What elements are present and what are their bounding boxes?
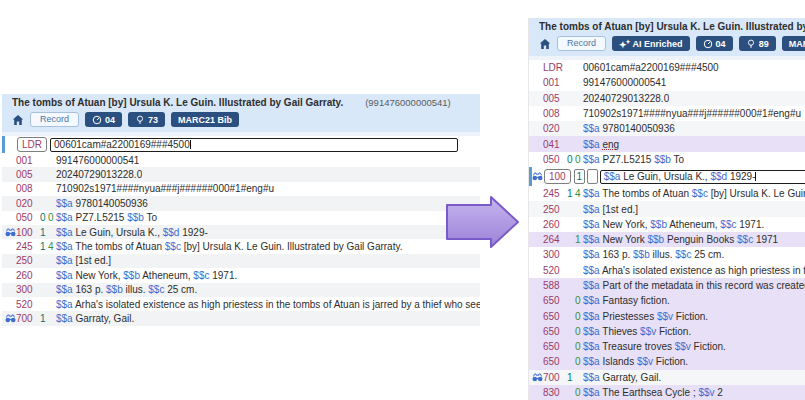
marc-row-245[interactable]: 24514$$a The tombs of Atuan $$c [by] Urs… — [529, 186, 805, 201]
marc-row-650[interactable]: 6500$$a Fantasy fiction. — [529, 293, 805, 308]
marc-row-264[interactable]: 2641$$a New York $$b Penguin Books $$c 1… — [529, 232, 805, 247]
subfield-value: PZ7.L5215 — [600, 154, 654, 165]
versions-badge[interactable]: 04 — [85, 112, 122, 127]
marc-row-260[interactable]: 260$$a New York, $$b Atheneum, $$c 1971. — [2, 268, 480, 282]
subfield-value: Garraty, Gail. — [73, 313, 135, 324]
field-content: 991476000000541 — [583, 77, 666, 88]
home-icon[interactable] — [12, 114, 24, 126]
ai-enriched-badge[interactable]: ✦✦AI Enriched — [612, 36, 690, 51]
field-content: $$a 163 p. $$b illus. $$c 25 cm. — [583, 249, 724, 260]
field-tag: 050 — [543, 154, 567, 165]
versions-badge[interactable]: 04 — [696, 36, 733, 51]
linked-authority-icon[interactable] — [531, 172, 543, 181]
field-edit-input[interactable]: 00601cam#a2200169###4500 — [50, 138, 458, 152]
marc-row-650[interactable]: 6500$$a Islands $$v Fiction. — [529, 354, 805, 369]
subfield-code: $$b — [106, 284, 123, 295]
subfield-code: $$d — [163, 227, 180, 238]
field-tag: 830 — [543, 387, 567, 398]
indicator1: 0 — [40, 212, 48, 223]
marc-row-250[interactable]: 250$$a [1st ed.] — [2, 254, 480, 268]
marc-row-050[interactable]: 05000$$a PZ7.L5215 $$b To — [529, 152, 805, 167]
subfield-code: $$a — [583, 372, 600, 383]
marc-row-005[interactable]: 00520240729013228.0 — [2, 167, 480, 181]
indicator2: 0 — [48, 212, 56, 223]
marc-row-100[interactable]: 1001$$a Le Guin, Ursula K., $$d 1929- — [2, 225, 480, 239]
marc-row-650[interactable]: 6500$$a Priestesses $$v Fiction. — [529, 308, 805, 323]
field-tag: 300 — [16, 284, 40, 295]
indicator2: 4 — [48, 241, 56, 252]
marc-row-260[interactable]: 260$$a New York, $$b Atheneum, $$c 1971. — [529, 217, 805, 232]
marc-row-300[interactable]: 300$$a 163 p. $$b illus. $$c 25 cm. — [2, 283, 480, 297]
marc-row-LDR[interactable]: LDR00601cam#a2200169###4500 — [2, 136, 480, 153]
subfield-value: Penguin Books — [664, 234, 737, 245]
linked-authority-icon[interactable] — [4, 314, 16, 323]
marc-row-588[interactable]: 588$$a Part of the metadata in this reco… — [529, 278, 805, 293]
marc-row-700[interactable]: 7001$$a Garraty, Gail. — [2, 311, 480, 325]
subfield-value: 1971 — [753, 234, 778, 245]
transform-arrow — [446, 196, 520, 248]
record-button[interactable]: Record — [557, 36, 606, 51]
marc-row-LDR[interactable]: LDR00601cam#a2200169###4500 — [529, 60, 805, 75]
marc-row-008[interactable]: 008710902s1971####nyua###j######000#1#en… — [2, 182, 480, 196]
subfield-code: $$c — [165, 241, 181, 252]
format-badge[interactable]: MARC21 Bib — [782, 36, 805, 51]
indicator2-box — [587, 169, 598, 184]
marc-row-020[interactable]: 020$$a 9780140050936 — [529, 121, 805, 136]
marc-row-041[interactable]: 041$$a eng — [529, 136, 805, 151]
marc-row-020[interactable]: 020$$a 9780140050936 — [2, 196, 480, 210]
marc-row-001[interactable]: 001991476000000541 — [529, 75, 805, 90]
marc-row-001[interactable]: 001991476000000541 — [2, 153, 480, 167]
marc-row-520[interactable]: 520$$a Arha's isolated existence as high… — [2, 297, 480, 311]
subfield-value: Priestesses — [600, 311, 657, 322]
subfield-value: 00601cam#a2200169###4500 — [54, 139, 190, 150]
field-tag: 008 — [543, 108, 567, 119]
marc-row-008[interactable]: 008710902s1971####nyua###j######000#1#en… — [529, 106, 805, 121]
marc-row-700[interactable]: 7001$$a Garraty, Gail. — [529, 370, 805, 385]
subfield-code: $$a — [56, 284, 73, 295]
subfield-value: 991476000000541 — [56, 155, 139, 166]
field-tag: 700 — [543, 372, 567, 383]
subfield-value: 20240729013228.0 — [56, 169, 142, 180]
format-badge[interactable]: MARC21 Bib — [171, 112, 239, 127]
marc-row-250[interactable]: 250$$a [1st ed.] — [529, 201, 805, 216]
linked-authority-icon[interactable] — [531, 373, 543, 382]
subfield-code: $$d — [710, 171, 727, 182]
field-content: $$a Garraty, Gail. — [56, 313, 134, 324]
marc-row-830[interactable]: 8300$$a The Earthsea Cycle ; $$v 2 — [529, 385, 805, 400]
marc-row-050[interactable]: 05000$$a PZ7.L5215 $$b To — [2, 211, 480, 225]
field-content: $$a The tombs of Atuan $$c [by] Ursula K… — [583, 188, 805, 199]
field-content: $$a New York, $$b Atheneum, $$c 1971. — [56, 270, 237, 281]
record-button[interactable]: Record — [30, 112, 79, 127]
subfield-value: New York — [600, 234, 648, 245]
field-content: 20240729013228.0 — [56, 169, 142, 180]
field-content: 710902s1971####nyua###j######000#1#eng#u — [56, 183, 274, 194]
subfield-code: $$a — [583, 123, 600, 134]
record-mms-id: (991476000000541) — [365, 97, 451, 108]
subfield-value: 9780140050936 — [600, 123, 675, 134]
field-content: $$a Islands $$v Fiction. — [583, 356, 688, 367]
field-edit-input[interactable]: $$a Le Guin, Ursula K., $$d 1929- — [600, 170, 805, 184]
field-content: $$a Fantasy fiction. — [583, 295, 670, 306]
marc-row-520[interactable]: 520$$a Arha's isolated existence as high… — [529, 263, 805, 278]
field-tag: 588 — [543, 280, 567, 291]
field-tag: 250 — [16, 255, 40, 266]
field-content: 710902s1971####nyua###j######000#1#eng#u — [583, 108, 801, 119]
marc-row-245[interactable]: 24514$$a The tombs of Atuan $$c [by] Urs… — [2, 239, 480, 253]
subfield-code: $$v — [698, 387, 714, 398]
marc-row-650[interactable]: 6500$$a Treasure troves $$v Fiction. — [529, 339, 805, 354]
marc-row-650[interactable]: 6500$$a Thieves $$v Fiction. — [529, 324, 805, 339]
suggestions-badge[interactable]: 73 — [128, 112, 165, 127]
field-tag: 260 — [16, 270, 40, 281]
suggestions-badge[interactable]: 89 — [739, 36, 776, 51]
enriched-record-panel: The tombs of Atuan [by] Ursula K. Le Gui… — [528, 18, 805, 400]
field-tag: 650 — [543, 311, 567, 322]
marc-row-005[interactable]: 00520240729013228.0 — [529, 91, 805, 106]
gauge-icon — [703, 39, 713, 49]
indicator2: 4 — [575, 188, 583, 199]
subfield-value: 710902s1971####nyua###j######000#1#eng#u — [583, 108, 801, 119]
marc-row-100[interactable]: 1001$$a Le Guin, Ursula K., $$d 1929- — [529, 167, 805, 186]
source-record-panel: The tombs of Atuan [by] Ursula K. Le Gui… — [2, 94, 480, 326]
linked-authority-icon[interactable] — [4, 228, 16, 237]
marc-row-300[interactable]: 300$$a 163 p. $$b illus. $$c 25 cm. — [529, 247, 805, 262]
home-icon[interactable] — [539, 38, 551, 50]
